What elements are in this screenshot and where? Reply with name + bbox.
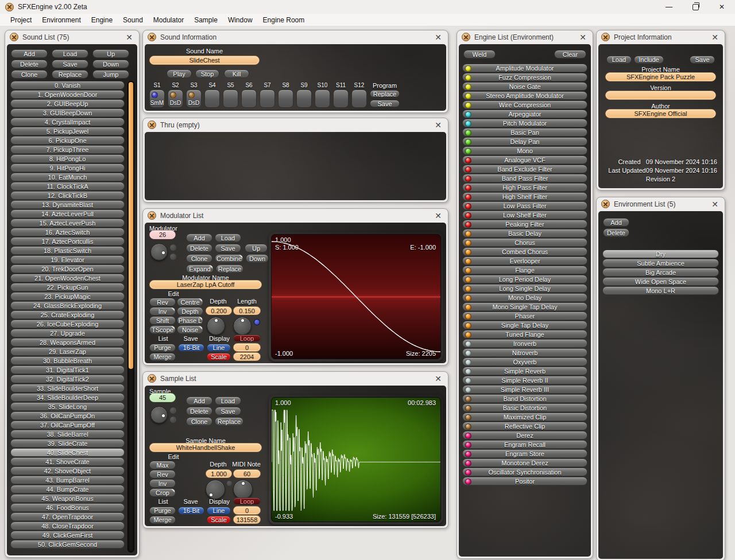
engine-item[interactable]: Flange	[462, 266, 587, 274]
close-icon[interactable]: ✕	[710, 33, 719, 41]
engine-item[interactable]: Long Period Delay	[462, 275, 587, 283]
menu-engine[interactable]: Engine	[86, 15, 118, 25]
sound-list-item[interactable]: 37. OilCanPumpOff	[10, 421, 125, 429]
sound-list-item[interactable]: 44. BumpCrate	[10, 485, 125, 493]
loop-start-field[interactable]: 0	[233, 343, 261, 352]
rev-button[interactable]: Rev	[149, 470, 176, 479]
sound-slot-s1[interactable]: SmM	[149, 90, 165, 108]
engine-item[interactable]: Ironverb	[462, 339, 587, 348]
load-button[interactable]: Load	[215, 396, 241, 405]
sound-list-item[interactable]: 16. AztecSwitch	[10, 228, 125, 236]
sound-slot-s2[interactable]: DsD	[168, 90, 183, 108]
menu-sample[interactable]: Sample	[189, 15, 223, 25]
sound-list-item[interactable]: 0. Vanish	[10, 81, 125, 90]
loop-end-field[interactable]: 2204	[233, 352, 261, 361]
sound-slot-s7[interactable]	[260, 90, 275, 108]
engine-item[interactable]: Single Tap Delay	[462, 321, 587, 329]
sound-list-item[interactable]: 49. ClickGemFirst	[10, 531, 125, 539]
combine-button[interactable]: Combine	[215, 254, 243, 263]
sound-list-item[interactable]: 46. FoodBonus	[10, 503, 125, 512]
environment-item[interactable]: Dry	[602, 250, 719, 258]
engine-item[interactable]: Oscillator Synchronisation	[462, 468, 587, 476]
sound-list-item[interactable]: 47. OpenTrapdoor	[10, 512, 125, 521]
replace-button[interactable]: Replace	[215, 417, 243, 426]
sound-list-item[interactable]: 21. OpenWoodenChest	[10, 274, 125, 282]
crop-button[interactable]: Crop	[149, 488, 176, 497]
clone-button[interactable]: Clone	[186, 254, 212, 263]
line-button[interactable]: Line	[207, 507, 231, 515]
centre-button[interactable]: Centre	[177, 298, 203, 306]
modulator-name-field[interactable]: LaserZap LpA Cutoff	[149, 280, 262, 289]
max-button[interactable]: Max	[149, 461, 176, 469]
sound-list-item[interactable]: 28. WeaponsArmed	[10, 338, 125, 347]
sound-replace-button[interactable]: Replace	[52, 70, 88, 79]
sample-select-knob[interactable]	[150, 406, 168, 423]
sound-list-item[interactable]: 20. TrekDoorOpen	[10, 265, 125, 273]
depth-field[interactable]: 0.200	[206, 306, 232, 315]
load-button[interactable]: Load	[606, 56, 632, 64]
up-button[interactable]: Up	[245, 244, 268, 252]
engine-item[interactable]: Oxyverb	[462, 357, 587, 366]
author-field[interactable]: SFXEngine Official	[605, 109, 716, 118]
depth-field[interactable]: 1.000	[206, 469, 232, 478]
sound-list-item[interactable]: 35. SlideLong	[10, 402, 125, 411]
engine-item[interactable]: Delay Pan	[462, 137, 587, 146]
engine-item[interactable]: Basic Distortion	[462, 403, 587, 412]
add-button[interactable]: Add	[186, 396, 212, 405]
sound-list-item[interactable]: 42. ShoveObject	[10, 466, 125, 475]
engine-item[interactable]: Peaking Filter	[462, 220, 587, 228]
include-button[interactable]: Include	[634, 56, 664, 64]
sample-index-field[interactable]: 45	[149, 393, 176, 402]
sound-slot-s10[interactable]	[315, 90, 330, 108]
close-icon[interactable]: ✕	[434, 375, 443, 383]
play-button[interactable]: Play	[167, 69, 192, 78]
sound-slot-s11[interactable]	[333, 90, 349, 108]
line-button[interactable]: Line	[207, 344, 231, 352]
engine-item[interactable]: Derez	[462, 431, 587, 440]
menu-engine-room[interactable]: Engine Room	[258, 15, 310, 25]
environment-item[interactable]: Wide Open Space	[602, 277, 719, 286]
scrollbar-thumb[interactable]	[129, 82, 133, 369]
engine-item[interactable]: Basic Delay	[462, 229, 587, 238]
menu-window[interactable]: Window	[223, 15, 258, 25]
close-icon[interactable]: ✕	[710, 200, 719, 208]
close-icon[interactable]: ✕	[434, 212, 443, 220]
sound-list-item[interactable]: 9. HitPongHi	[10, 164, 125, 172]
sound-list-item[interactable]: 26. IceCubeExploding	[10, 320, 125, 328]
phase-l-button[interactable]: Phase L	[177, 316, 203, 325]
project-name-field[interactable]: SFXEngine Pack Puzzle	[605, 72, 716, 81]
depth-button[interactable]: Depth	[177, 307, 203, 316]
shift-button[interactable]: Shift	[149, 316, 176, 325]
sound-list-item[interactable]: 40. SlideChest	[10, 448, 125, 457]
save-button[interactable]: Save	[690, 56, 715, 64]
sound-list-item[interactable]: 14. AztecLeverPull	[10, 209, 125, 218]
stop-button[interactable]: Stop	[195, 69, 219, 78]
scale-button[interactable]: Scale	[207, 516, 231, 524]
engine-item[interactable]: Reflective Clip	[462, 422, 587, 430]
engine-item[interactable]: Chorus	[462, 238, 587, 247]
rev-button[interactable]: Rev	[149, 298, 176, 306]
sound-list-item[interactable]: 4. CrystalImpact	[10, 118, 125, 126]
engine-item[interactable]: High Pass Filter	[462, 183, 587, 192]
sound-list-item[interactable]: 17. AztecPortcullis	[10, 237, 125, 246]
sound-list-item[interactable]: 30. BubbleBreath	[10, 356, 125, 365]
sound-list-item[interactable]: 19. Elevator	[10, 255, 125, 264]
sound-list-item[interactable]: 11. ClockTickA	[10, 182, 125, 190]
loop-end-field[interactable]: 131558	[233, 515, 261, 524]
restore-button[interactable]	[682, 0, 709, 14]
sound-list-item[interactable]: 7. PickupThree	[10, 145, 125, 154]
engine-item[interactable]: Fuzz Compression	[462, 73, 587, 81]
loop-button[interactable]: Loop	[233, 497, 261, 505]
sound-slot-s9[interactable]	[296, 90, 312, 108]
engine-item[interactable]: Simple Reverb	[462, 367, 587, 375]
engine-item[interactable]: Positor	[462, 477, 587, 485]
engine-item[interactable]: Long Single Delay	[462, 284, 587, 293]
sample-waveform-display[interactable]: 1.000 00:02.983 -0.933 Size: 131559 [526…	[269, 395, 443, 524]
merge-button[interactable]: Merge	[149, 516, 176, 524]
sound-jump-button[interactable]: Jump	[92, 70, 129, 79]
knob-decrement[interactable]	[170, 417, 176, 423]
add-button[interactable]: Add	[603, 218, 629, 227]
sound-list-item[interactable]: 45. WeaponBonus	[10, 494, 125, 503]
sound-list-item[interactable]: 3. GUIBeepDown	[10, 108, 125, 117]
engine-item[interactable]: Monotone Derez	[462, 458, 587, 467]
